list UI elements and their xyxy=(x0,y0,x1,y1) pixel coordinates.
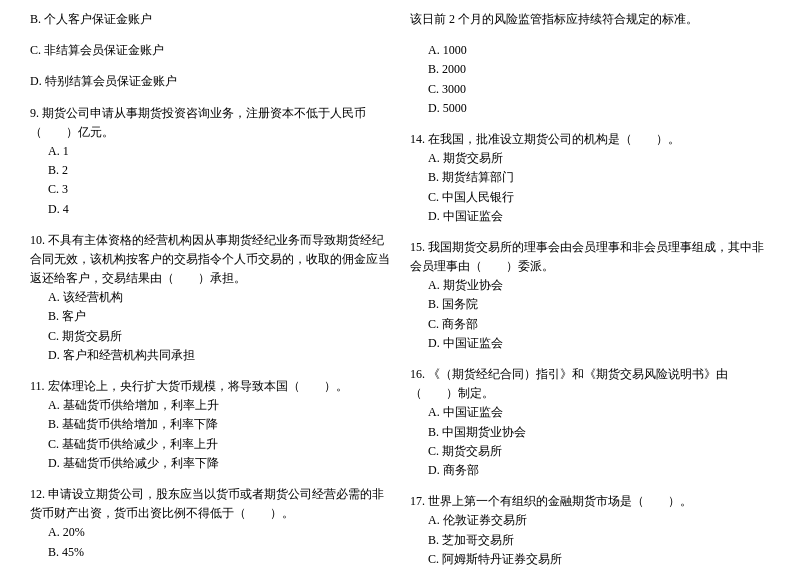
question-stem: 14. 在我国，批准设立期货公司的机构是（ ）。 xyxy=(410,130,770,149)
option-c: C. 3 xyxy=(48,180,390,199)
question-9: 9. 期货公司申请从事期货投资咨询业务，注册资本不低于人民币（ ）亿元。 A. … xyxy=(30,104,390,219)
page-container: B. 个人客户保证金账户 C. 非结算会员保证金账户 D. 特别结算会员保证金账… xyxy=(30,10,770,565)
option-a: A. 1000 xyxy=(428,41,770,60)
right-column: 该日前 2 个月的风险监管指标应持续符合规定的标准。 A. 1000 B. 20… xyxy=(410,10,770,565)
option-b: B. 45% xyxy=(48,543,390,562)
option-d: D. 商务部 xyxy=(428,461,770,480)
option-c: C. 基础货币供给减少，利率上升 xyxy=(48,435,390,454)
question-stem: 11. 宏体理论上，央行扩大货币规模，将导致本国（ ）。 xyxy=(30,377,390,396)
option-a: A. 1 xyxy=(48,142,390,161)
question-stem: 12. 申请设立期货公司，股东应当以货币或者期货公司经营必需的非货币财产出资，货… xyxy=(30,485,390,523)
option-text: D. 特别结算会员保证金账户 xyxy=(30,72,390,91)
option-b: B. 基础货币供给增加，利率下降 xyxy=(48,415,390,434)
question-13-options: A. 1000 B. 2000 C. 3000 D. 5000 xyxy=(410,41,770,118)
option-d: D. 中国证监会 xyxy=(428,207,770,226)
option-d-special-clearing: D. 特别结算会员保证金账户 xyxy=(30,72,390,91)
option-d: D. 5000 xyxy=(428,99,770,118)
option-a: A. 中国证监会 xyxy=(428,403,770,422)
question-stem: 10. 不具有主体资格的经营机构因从事期货经纪业务而导致期货经纪合同无效，该机构… xyxy=(30,231,390,289)
option-c: C. 3000 xyxy=(428,80,770,99)
option-b: B. 2000 xyxy=(428,60,770,79)
option-b: B. 芝加哥交易所 xyxy=(428,531,770,550)
option-a: A. 期货业协会 xyxy=(428,276,770,295)
option-c: C. 期货交易所 xyxy=(428,442,770,461)
question-10: 10. 不具有主体资格的经营机构因从事期货经纪业务而导致期货经纪合同无效，该机构… xyxy=(30,231,390,365)
option-text: B. 个人客户保证金账户 xyxy=(30,10,390,29)
option-text: C. 非结算会员保证金账户 xyxy=(30,41,390,60)
question-14: 14. 在我国，批准设立期货公司的机构是（ ）。 A. 期货交易所 B. 期货结… xyxy=(410,130,770,226)
option-a: A. 伦敦证券交易所 xyxy=(428,511,770,530)
question-stem: 16. 《（期货经纪合同）指引》和《期货交易风险说明书》由（ ）制定。 xyxy=(410,365,770,403)
question-stem: 9. 期货公司申请从事期货投资咨询业务，注册资本不低于人民币（ ）亿元。 xyxy=(30,104,390,142)
option-a: A. 基础货币供给增加，利率上升 xyxy=(48,396,390,415)
option-b: B. 国务院 xyxy=(428,295,770,314)
continuation-text: 该日前 2 个月的风险监管指标应持续符合规定的标准。 xyxy=(410,10,770,29)
option-b-personal: B. 个人客户保证金账户 xyxy=(30,10,390,29)
option-c: C. 期货交易所 xyxy=(48,327,390,346)
option-d: D. 4 xyxy=(48,200,390,219)
option-c-non-clearing: C. 非结算会员保证金账户 xyxy=(30,41,390,60)
option-b: B. 期货结算部门 xyxy=(428,168,770,187)
option-a: A. 期货交易所 xyxy=(428,149,770,168)
question-13-continuation: 该日前 2 个月的风险监管指标应持续符合规定的标准。 xyxy=(410,10,770,29)
question-15: 15. 我国期货交易所的理事会由会员理事和非会员理事组成，其中非会员理事由（ ）… xyxy=(410,238,770,353)
option-a: A. 20% xyxy=(48,523,390,542)
option-b: B. 中国期货业协会 xyxy=(428,423,770,442)
option-d: D. 客户和经营机构共同承担 xyxy=(48,346,390,365)
question-stem: 15. 我国期货交易所的理事会由会员理事和非会员理事组成，其中非会员理事由（ ）… xyxy=(410,238,770,276)
option-d: D. 基础货币供给减少，利率下降 xyxy=(48,454,390,473)
question-17: 17. 世界上第一个有组织的金融期货市场是（ ）。 A. 伦敦证券交易所 B. … xyxy=(410,492,770,565)
question-12: 12. 申请设立期货公司，股东应当以货币或者期货公司经营必需的非货币财产出资，货… xyxy=(30,485,390,565)
left-column: B. 个人客户保证金账户 C. 非结算会员保证金账户 D. 特别结算会员保证金账… xyxy=(30,10,390,565)
option-b: B. 2 xyxy=(48,161,390,180)
option-c: C. 商务部 xyxy=(428,315,770,334)
two-column-layout: B. 个人客户保证金账户 C. 非结算会员保证金账户 D. 特别结算会员保证金账… xyxy=(30,10,770,565)
question-16: 16. 《（期货经纪合同）指引》和《期货交易风险说明书》由（ ）制定。 A. 中… xyxy=(410,365,770,480)
question-stem: 17. 世界上第一个有组织的金融期货市场是（ ）。 xyxy=(410,492,770,511)
option-c: C. 中国人民银行 xyxy=(428,188,770,207)
option-d: D. 中国证监会 xyxy=(428,334,770,353)
option-a: A. 该经营机构 xyxy=(48,288,390,307)
option-c: C. 阿姆斯特丹证券交易所 xyxy=(428,550,770,565)
question-11: 11. 宏体理论上，央行扩大货币规模，将导致本国（ ）。 A. 基础货币供给增加… xyxy=(30,377,390,473)
option-b: B. 客户 xyxy=(48,307,390,326)
